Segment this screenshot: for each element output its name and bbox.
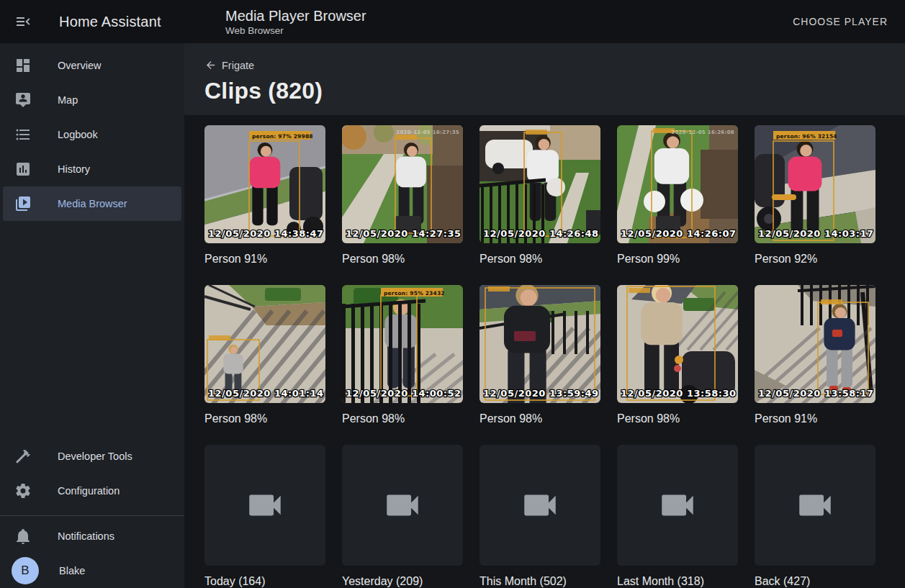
clip-caption: Person 98%	[204, 412, 325, 426]
clip-caption: Person 98%	[342, 412, 463, 426]
video-camera-icon	[519, 484, 561, 526]
folder-card[interactable]: Yesterday (209)	[342, 445, 463, 588]
clip-card[interactable]: 12/05/2020 14:26:48Person 98%	[479, 125, 600, 266]
chart-box-icon	[14, 160, 32, 178]
sidebar-item-label: Map	[58, 94, 78, 106]
top-app-bar: Home Assistant Media Player Browser Web …	[0, 0, 905, 43]
sidebar-item-map[interactable]: Map	[3, 83, 181, 117]
clip-card[interactable]: 12/05/2020 13:58:17Person 91%	[755, 285, 875, 426]
gear-icon	[14, 482, 32, 499]
dashboard-icon	[14, 57, 32, 74]
clip-card[interactable]: person: 95% 2343212/05/2020 14:00:52Pers…	[342, 285, 463, 426]
folder-card[interactable]: Last Month (318)	[617, 445, 738, 588]
sidebar-item-logbook[interactable]: Logbook	[3, 117, 181, 152]
folder-thumbnail	[755, 445, 875, 566]
clip-caption: Person 92%	[755, 252, 875, 266]
svg-text:12/05/2020 14:03:17: 12/05/2020 14:03:17	[758, 228, 874, 239]
sidebar-item-label: Notifications	[58, 530, 114, 542]
sidebar-item-label: Developer Tools	[58, 451, 132, 462]
svg-text:12/05/2020 14:01:14: 12/05/2020 14:01:14	[208, 388, 324, 399]
clip-thumbnail: 12/05/2020 13:59:49	[479, 285, 600, 403]
clip-card[interactable]: person: 97% 2998812/05/2020 14:38:47Pers…	[204, 125, 325, 266]
avatar: B	[12, 557, 39, 584]
sidebar-item-overview[interactable]: Overview	[3, 48, 181, 83]
list-icon	[14, 126, 32, 143]
sidebar-item-label: Media Browser	[58, 198, 127, 209]
video-camera-icon	[794, 484, 836, 526]
clip-card[interactable]: 12/05/2020 13:58:30Person 98%	[617, 285, 738, 426]
clip-thumbnail: 12/05/2020 14:01:14	[204, 285, 325, 403]
choose-player-button[interactable]: CHOOSE PLAYER	[785, 10, 895, 33]
clip-caption: Person 98%	[479, 252, 600, 266]
folder-thumbnail	[204, 445, 325, 566]
sidebar-item-user[interactable]: B Blake	[3, 553, 181, 588]
video-camera-icon	[382, 484, 423, 526]
folder-thumbnail	[617, 445, 738, 566]
clip-card[interactable]: 2020-12-05 16:27:3512/05/2020 14:27:35Pe…	[342, 125, 463, 266]
folder-caption: This Month (502)	[479, 574, 600, 588]
video-camera-icon	[244, 484, 286, 526]
sidebar-divider	[0, 515, 184, 516]
sidebar-item-developer-tools[interactable]: Developer Tools	[3, 439, 181, 474]
sidebar-toggle-icon[interactable]	[14, 13, 32, 30]
clip-caption: Person 98%	[342, 252, 463, 266]
grid-scroll-area[interactable]: person: 97% 2998812/05/2020 14:38:47Pers…	[184, 115, 905, 588]
page-title: Clips (820)	[204, 78, 885, 104]
folder-thumbnail	[479, 445, 600, 566]
sidebar-item-history[interactable]: History	[3, 152, 181, 186]
clip-card[interactable]: 12/05/2020 13:59:49Person 98%	[479, 285, 600, 426]
breadcrumb-label: Frigate	[222, 60, 254, 71]
panel-title: Media Player Browser	[225, 7, 366, 24]
clip-thumbnail: 2020-12-05 16:26:0812/05/2020 14:26:07	[617, 125, 738, 243]
video-camera-icon	[657, 484, 698, 526]
breadcrumb-back[interactable]: Frigate	[204, 59, 254, 71]
svg-text:12/05/2020 14:26:07: 12/05/2020 14:26:07	[621, 228, 737, 239]
sidebar-item-label: Logbook	[58, 129, 98, 140]
bell-icon	[14, 528, 32, 545]
arrow-left-icon	[204, 59, 217, 71]
clips-grid: person: 97% 2998812/05/2020 14:38:47Pers…	[184, 115, 905, 588]
sidebar-item-media-browser[interactable]: Media Browser	[3, 186, 181, 221]
hammer-icon	[14, 448, 32, 465]
app-title: Home Assistant	[59, 14, 161, 30]
clip-card[interactable]: 12/05/2020 14:01:14Person 98%	[204, 285, 325, 426]
svg-text:12/05/2020 14:27:35: 12/05/2020 14:27:35	[346, 228, 461, 239]
clip-thumbnail: 12/05/2020 13:58:17	[755, 285, 875, 403]
content-header: Frigate Clips (820)	[184, 43, 905, 115]
sidebar-item-notifications[interactable]: Notifications	[3, 519, 181, 553]
svg-text:12/05/2020 13:58:17: 12/05/2020 13:58:17	[758, 388, 874, 399]
clip-caption: Person 91%	[755, 412, 875, 426]
svg-text:person: 95% 23432: person: 95% 23432	[384, 290, 445, 297]
clip-caption: Person 91%	[204, 252, 325, 266]
panel-header: Media Player Browser Web Browser CHOOSE …	[184, 0, 905, 43]
svg-text:12/05/2020 13:59:49: 12/05/2020 13:59:49	[483, 388, 599, 399]
clip-thumbnail: person: 97% 2998812/05/2020 14:38:47	[204, 125, 325, 243]
folder-caption: Yesterday (209)	[342, 574, 463, 588]
folder-card[interactable]: Back (427)	[755, 445, 875, 588]
play-box-multiple-icon	[14, 195, 32, 212]
clip-caption: Person 98%	[479, 412, 600, 426]
folder-thumbnail	[342, 445, 463, 566]
clip-thumbnail: 12/05/2020 13:58:30	[617, 285, 738, 403]
sidebar-header: Home Assistant	[0, 0, 184, 43]
folder-card[interactable]: Today (164)	[204, 445, 325, 588]
folder-card[interactable]: This Month (502)	[479, 445, 600, 588]
clip-thumbnail: 12/05/2020 14:26:48	[479, 125, 600, 243]
sidebar-item-label: History	[58, 163, 90, 175]
clip-card[interactable]: person: 96% 3215412/05/2020 14:03:17Pers…	[755, 125, 875, 266]
sidebar-item-configuration[interactable]: Configuration	[3, 474, 181, 508]
map-account-icon	[14, 91, 32, 109]
clip-caption: Person 98%	[617, 412, 738, 426]
sidebar: Overview Map Logbook History Media Brows…	[0, 43, 184, 588]
clip-thumbnail: 2020-12-05 16:27:3512/05/2020 14:27:35	[342, 125, 463, 243]
sidebar-item-label: Overview	[58, 60, 101, 71]
svg-text:person: 96% 32154: person: 96% 32154	[776, 133, 837, 140]
svg-text:2020-12-05 16:27:35: 2020-12-05 16:27:35	[396, 130, 459, 135]
clip-card[interactable]: 2020-12-05 16:26:0812/05/2020 14:26:07Pe…	[617, 125, 738, 266]
folder-caption: Last Month (318)	[617, 574, 738, 588]
folder-caption: Today (164)	[204, 574, 325, 588]
svg-text:12/05/2020 14:00:52: 12/05/2020 14:00:52	[346, 388, 461, 399]
user-name: Blake	[59, 565, 85, 576]
svg-text:2020-12-05 16:26:08: 2020-12-05 16:26:08	[671, 130, 734, 135]
media-browser-content: Frigate Clips (820) person: 97% 2998812/…	[184, 43, 905, 588]
